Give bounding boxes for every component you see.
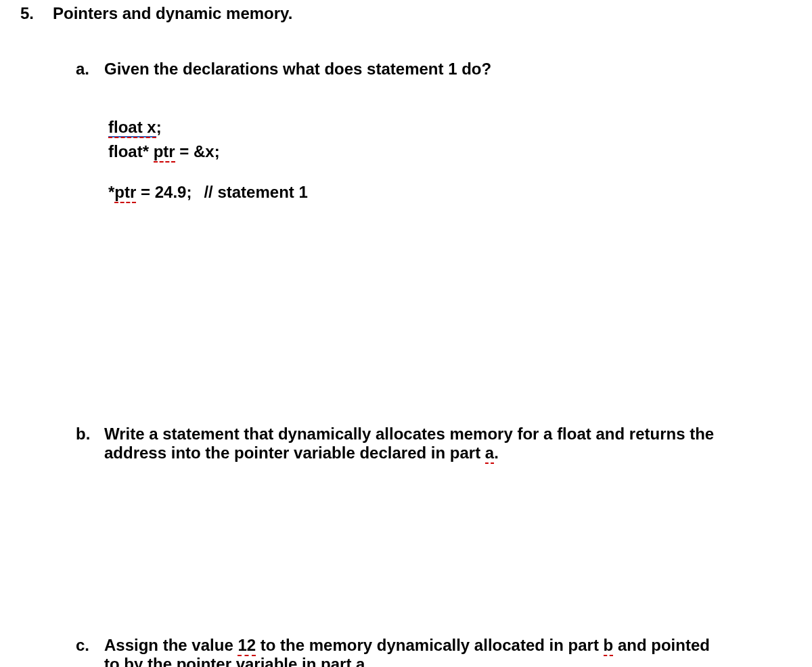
part-c-prompt: Assign the value 12 to the memory dynami… (104, 636, 798, 667)
part-c: c. Assign the value 12 to the memory dyn… (76, 636, 798, 667)
code-line-2: float* ptr = &x; (108, 139, 798, 164)
question-number: 5. (20, 4, 43, 23)
question-5: 5. Pointers and dynamic memory. (20, 4, 798, 23)
part-b-prompt: Write a statement that dynamically alloc… (104, 425, 798, 462)
part-a-letter: a. (76, 60, 95, 79)
code-line-3: *ptr = 24.9;// statement 1 (108, 180, 798, 205)
code-comment: // statement 1 (204, 183, 307, 201)
question-title: Pointers and dynamic memory. (53, 4, 292, 23)
code-block: float x; float* ptr = &x; *ptr = 24.9;//… (108, 115, 798, 205)
part-b-letter: b. (76, 425, 95, 444)
part-b: b. Write a statement that dynamically al… (76, 425, 798, 462)
part-a-prompt: Given the declarations what does stateme… (104, 60, 491, 78)
part-a: a. Given the declarations what does stat… (76, 60, 798, 79)
part-c-letter: c. (76, 636, 95, 655)
code-line-1: float x; (108, 115, 798, 139)
